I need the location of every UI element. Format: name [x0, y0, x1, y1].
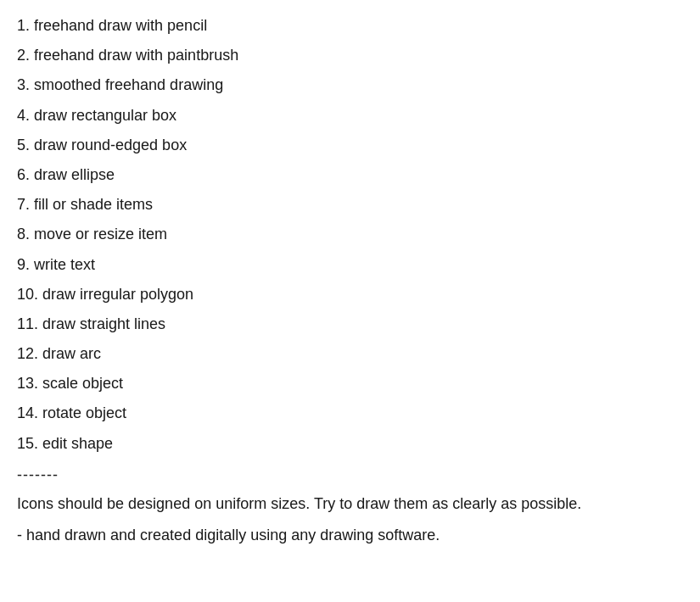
list-item: 8. move or resize item	[17, 224, 683, 245]
list-item: 13. scale object	[17, 373, 683, 394]
list-item: 5. draw round-edged box	[17, 135, 683, 156]
list-item: 10. draw irregular polygon	[17, 284, 683, 305]
list-item: 2. freehand draw with paintbrush	[17, 45, 683, 66]
list-item: 15. edit shape	[17, 433, 683, 454]
list-item: 9. write text	[17, 254, 683, 276]
list-item: 12. draw arc	[17, 343, 683, 365]
note-text: - hand drawn and created digitally using…	[17, 524, 683, 547]
list-item: 4. draw rectangular box	[17, 105, 683, 126]
list-item: 6. draw ellipse	[17, 164, 683, 186]
list-item: 1. freehand draw with pencil	[17, 15, 683, 36]
content-container: 1. freehand draw with pencil2. freehand …	[17, 15, 683, 547]
list-item: 3. smoothed freehand drawing	[17, 75, 683, 96]
list-item: 14. rotate object	[17, 403, 683, 424]
note-text: Icons should be designed on uniform size…	[17, 493, 683, 516]
list-item: 7. fill or shade items	[17, 194, 683, 215]
divider: -------	[17, 466, 683, 484]
list-item: 11. draw straight lines	[17, 314, 683, 335]
